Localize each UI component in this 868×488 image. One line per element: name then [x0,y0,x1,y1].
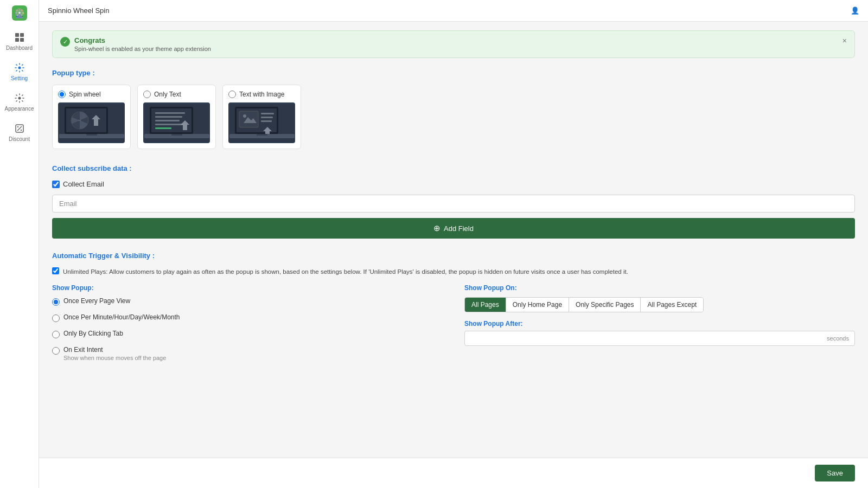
trigger-columns: Show Popup: Once Every Page View Once Pe… [52,284,855,369]
radio-once-every-page: Once Every Page View [52,297,443,306]
success-title: Congrats [74,36,211,44]
add-field-label: Add Field [444,224,474,233]
collect-data-heading: Collect subscribe data : [52,164,855,172]
only-clicking-tab-radio[interactable] [52,331,60,338]
on-exit-intent-label: On Exit Intent [63,346,166,354]
once-per-period-label: Once Per Minute/Hour/Day/Week/Month [63,313,180,321]
success-close-button[interactable]: × [843,36,847,45]
sidebar-item-dashboard[interactable]: Dashboard [0,27,39,55]
appearance-icon [14,92,25,104]
user-icon: 👤 [851,7,859,15]
popup-card-only-text-label: Only Text [143,91,210,98]
only-home-page-button[interactable]: Only Home Page [506,298,569,312]
sidebar-item-appearance-label: Appearance [5,106,34,112]
svg-rect-2 [15,33,19,37]
unlimited-plays-row: Unlimited Plays: Allow customers to play… [52,267,855,277]
topbar: Spinnio Wheel Spin 👤 [39,0,868,22]
popup-card-only-text-image [143,102,210,143]
add-field-button[interactable]: ⊕ Add Field [52,218,855,239]
show-popup-on-column: Show Popup On: All Pages Only Home Page … [464,284,855,369]
svg-point-6 [18,67,21,69]
on-exit-intent-sublabel: Show when mouse moves off the page [63,355,166,361]
sidebar-item-dashboard-label: Dashboard [6,45,33,51]
seconds-suffix-label: seconds [827,335,849,342]
show-popup-label: Show Popup: [52,284,443,292]
radio-once-per-period: Once Per Minute/Hour/Day/Week/Month [52,313,443,322]
sidebar-item-appearance[interactable]: Appearance [0,88,39,116]
once-per-period-radio[interactable] [52,314,60,322]
app-logo: 🎡 [12,5,27,21]
success-banner-inner: ✓ Congrats Spin-wheel is enabled as your… [60,36,211,52]
success-icon: ✓ [60,37,70,47]
popup-type-only-text-radio[interactable] [143,91,151,98]
svg-point-10 [17,126,18,127]
popup-card-text-with-image[interactable]: Text with Image [222,85,301,149]
once-every-page-radio[interactable] [52,298,60,306]
popup-type-spin-wheel-radio[interactable] [58,91,66,98]
popup-card-spin-wheel-label: Spin wheel [58,91,125,98]
svg-rect-37 [261,113,274,114]
sidebar-item-discount-label: Discount [9,136,30,142]
svg-rect-42 [257,134,267,136]
radio-on-exit-intent: On Exit Intent Show when mouse moves off… [52,346,443,361]
show-popup-on-label: Show Popup On: [464,284,855,292]
svg-rect-39 [261,120,272,122]
once-every-page-label: Once Every Page View [63,297,130,305]
collect-email-label: Collect Email [63,180,104,188]
only-specific-pages-button[interactable]: Only Specific Pages [569,298,641,312]
svg-point-11 [20,130,21,131]
svg-rect-25 [155,120,180,121]
seconds-input-row: seconds [464,331,855,346]
collect-email-checkbox[interactable] [52,181,60,188]
popup-type-row: Spin wheel [52,85,855,149]
popup-on-buttons: All Pages Only Home Page Only Specific P… [464,297,704,312]
email-field-placeholder: Email [59,200,77,208]
svg-rect-30 [171,134,182,136]
all-pages-except-button[interactable]: All Pages Except [641,298,703,312]
popup-type-text-with-image-radio[interactable] [228,91,236,98]
all-pages-button[interactable]: All Pages [465,298,506,312]
sidebar-item-setting[interactable]: Setting [0,57,39,86]
success-banner: ✓ Congrats Spin-wheel is enabled as your… [52,30,855,58]
svg-text:🎡: 🎡 [14,8,25,18]
sidebar: 🎡 Dashboard Setting [0,0,39,488]
seconds-input[interactable] [470,335,827,342]
popup-card-spin-wheel[interactable]: Spin wheel [52,85,131,149]
popup-card-only-text[interactable]: Only Text [137,85,216,149]
popup-card-text-with-image-label: Text with Image [228,91,295,98]
radio-only-clicking-tab: Only By Clicking Tab [52,330,443,338]
svg-rect-5 [20,38,24,42]
show-popup-after-label: Show Popup After: [464,320,855,328]
trigger-heading: Automatic Trigger & Visibility : [52,252,855,260]
show-popup-column: Show Popup: Once Every Page View Once Pe… [52,284,443,369]
success-text: Congrats Spin-wheel is enabled as your t… [74,36,211,52]
save-button[interactable]: Save [815,465,855,481]
popup-card-spin-wheel-image [58,102,125,143]
svg-point-36 [243,114,246,118]
svg-rect-3 [20,33,24,37]
unlimited-plays-text: Unlimited Plays: Allow customers to play… [63,267,628,277]
svg-point-7 [18,97,21,100]
dashboard-icon [14,31,25,43]
collect-subscribe-section: Collect subscribe data : Collect Email E… [52,164,855,239]
trigger-section: Automatic Trigger & Visibility : Unlimit… [52,252,855,369]
svg-rect-27 [155,127,171,129]
app-title: Spinnio Wheel Spin [48,7,109,15]
collect-email-row: Collect Email [52,180,855,188]
email-field-row: Email [52,195,855,213]
svg-rect-26 [155,124,183,125]
on-exit-intent-radio[interactable] [52,347,60,355]
unlimited-plays-checkbox[interactable] [52,267,59,274]
svg-rect-38 [261,117,273,118]
setting-icon [14,62,25,74]
svg-rect-4 [15,38,19,42]
add-field-plus-icon: ⊕ [433,223,441,233]
only-clicking-tab-label: Only By Clicking Tab [63,330,123,337]
svg-rect-24 [155,116,182,118]
success-desc: Spin-wheel is enabled as your theme app … [74,46,211,52]
sidebar-item-setting-label: Setting [11,75,28,81]
popup-card-text-with-image-image [228,102,295,143]
svg-rect-23 [155,112,185,114]
sidebar-item-discount[interactable]: Discount [0,118,39,146]
svg-rect-19 [86,134,97,136]
